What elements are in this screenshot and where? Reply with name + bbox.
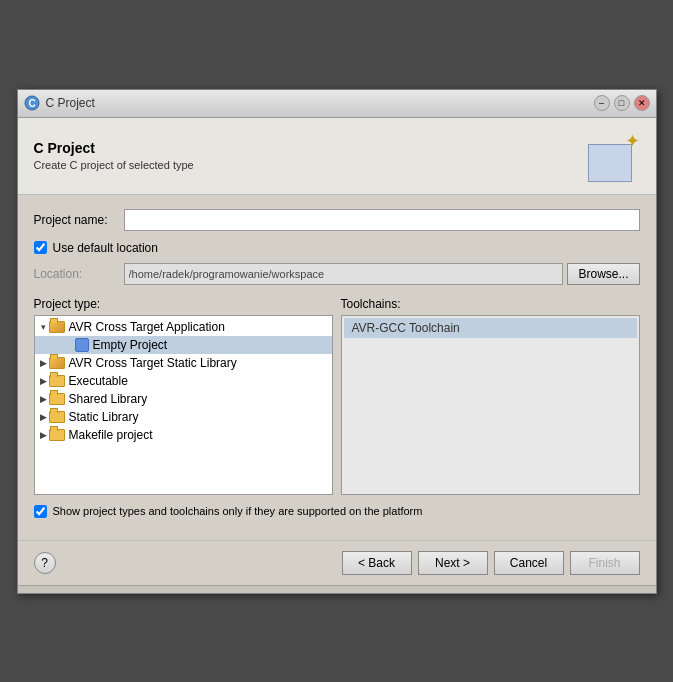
toolchain-item-avr-gcc[interactable]: AVR-GCC Toolchain (344, 318, 637, 338)
project-name-row: Project name: (34, 209, 640, 231)
location-input[interactable] (124, 263, 564, 285)
tree-item-shared-library[interactable]: ▶ Shared Library (35, 390, 332, 408)
filter-label[interactable]: Show project types and toolchains only i… (53, 505, 423, 517)
use-default-location-row: Use default location (34, 241, 640, 255)
use-default-location-label[interactable]: Use default location (53, 241, 158, 255)
tree-item-makefile-project[interactable]: ▶ Makefile project (35, 426, 332, 444)
window-title: C Project (46, 96, 95, 110)
expand-arrow-static-library: ▶ (39, 412, 49, 422)
filter-checkbox[interactable] (34, 505, 47, 518)
tree-item-avr-cross-static[interactable]: ▶ AVR Cross Target Static Library (35, 354, 332, 372)
tree-item-empty-project[interactable]: Empty Project (35, 336, 332, 354)
panels-row: Project type: ▾ AVR Cross Target Applica… (34, 297, 640, 495)
toolchains-list[interactable]: AVR-GCC Toolchain (341, 315, 640, 495)
expand-arrow-shared-library: ▶ (39, 394, 49, 404)
use-default-location-checkbox[interactable] (34, 241, 47, 254)
tree-item-executable[interactable]: ▶ Executable (35, 372, 332, 390)
dialog-header-text: C Project Create C project of selected t… (34, 140, 194, 171)
minimize-button[interactable]: – (594, 95, 610, 111)
project-type-tree[interactable]: ▾ AVR Cross Target Application Empty Pro… (34, 315, 333, 495)
dialog-title: C Project (34, 140, 194, 156)
folder-icon-makefile-project (49, 429, 65, 441)
close-button[interactable]: ✕ (634, 95, 650, 111)
title-bar-controls: – □ ✕ (594, 95, 650, 111)
expand-arrow-avr-cross-app: ▾ (39, 322, 49, 332)
project-icon-empty (75, 338, 89, 352)
tree-item-static-library[interactable]: ▶ Static Library (35, 408, 332, 426)
dialog-window: C C Project – □ ✕ C Project Create C pro… (17, 89, 657, 594)
expand-arrow-makefile-project: ▶ (39, 430, 49, 440)
title-bar: C C Project – □ ✕ (18, 90, 656, 118)
folder-icon-shared-library (49, 393, 65, 405)
maximize-button[interactable]: □ (614, 95, 630, 111)
help-button[interactable]: ? (34, 552, 56, 574)
folder-icon-executable (49, 375, 65, 387)
cancel-button[interactable]: Cancel (494, 551, 564, 575)
back-button[interactable]: < Back (342, 551, 412, 575)
project-name-label: Project name: (34, 213, 124, 227)
next-button[interactable]: Next > (418, 551, 488, 575)
finish-button[interactable]: Finish (570, 551, 640, 575)
location-label: Location: (34, 267, 124, 281)
toolchains-label: Toolchains: (341, 297, 640, 311)
dialog-footer: ? < Back Next > Cancel Finish (18, 540, 656, 585)
location-row: Location: Browse... (34, 263, 640, 285)
project-name-input[interactable] (124, 209, 640, 231)
resize-grip[interactable] (18, 585, 656, 593)
svg-text:C: C (28, 98, 35, 109)
title-bar-left: C C Project (24, 95, 95, 111)
dialog-subtitle: Create C project of selected type (34, 159, 194, 171)
header-icon: ✦ (588, 130, 640, 182)
project-type-label: Project type: (34, 297, 333, 311)
dialog-header: C Project Create C project of selected t… (18, 118, 656, 195)
project-type-panel: Project type: ▾ AVR Cross Target Applica… (34, 297, 333, 495)
footer-buttons: < Back Next > Cancel Finish (342, 551, 640, 575)
toolchains-panel: Toolchains: AVR-GCC Toolchain (341, 297, 640, 495)
header-icon-star: ✦ (625, 130, 640, 152)
tree-item-avr-cross-app[interactable]: ▾ AVR Cross Target Application (35, 318, 332, 336)
folder-icon-avr-cross-static (49, 357, 65, 369)
dialog-body: Project name: Use default location Locat… (18, 195, 656, 540)
filter-row: Show project types and toolchains only i… (34, 505, 640, 518)
folder-icon-avr-cross-app (49, 321, 65, 333)
expand-arrow-avr-cross-static: ▶ (39, 358, 49, 368)
window-icon: C (24, 95, 40, 111)
expand-arrow-executable: ▶ (39, 376, 49, 386)
browse-button[interactable]: Browse... (567, 263, 639, 285)
folder-icon-static-library (49, 411, 65, 423)
